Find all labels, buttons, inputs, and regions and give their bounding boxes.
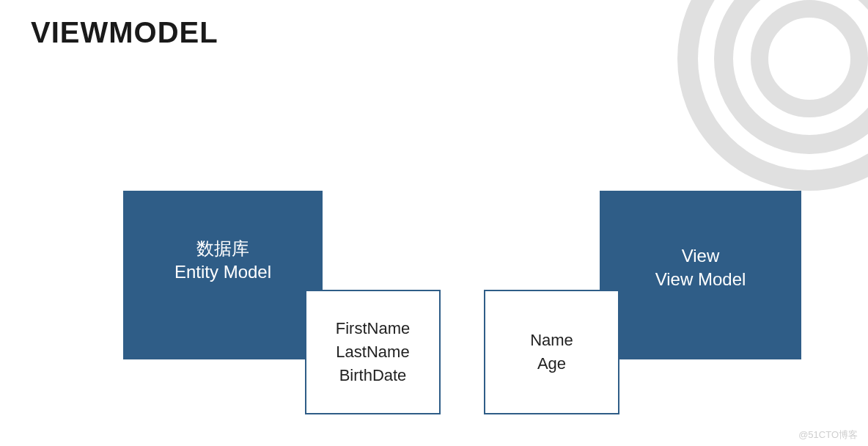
- entity-model-box: 数据库 Entity Model: [123, 191, 323, 359]
- view-model-box: View View Model: [600, 191, 801, 359]
- entity-model-line2: Entity Model: [174, 260, 271, 284]
- view-fields-box: Name Age: [484, 290, 619, 414]
- entity-field-3: BirthDate: [339, 364, 407, 387]
- page-title: VIEWMODEL: [31, 16, 218, 49]
- arc-inner: [751, 0, 868, 117]
- view-field-2: Age: [537, 352, 566, 376]
- background-arcs: [663, 0, 868, 205]
- view-model-line1: View: [682, 244, 720, 268]
- view-model-line2: View Model: [655, 268, 746, 291]
- entity-fields-box: FirstName LastName BirthDate: [305, 290, 441, 414]
- arc-middle: [714, 0, 868, 154]
- view-field-1: Name: [530, 329, 573, 352]
- watermark: @51CTO博客: [798, 428, 858, 442]
- entity-model-line1: 数据库: [196, 237, 249, 260]
- entity-field-2: LastName: [336, 340, 409, 364]
- arc-outer: [677, 0, 868, 191]
- entity-field-1: FirstName: [336, 317, 410, 340]
